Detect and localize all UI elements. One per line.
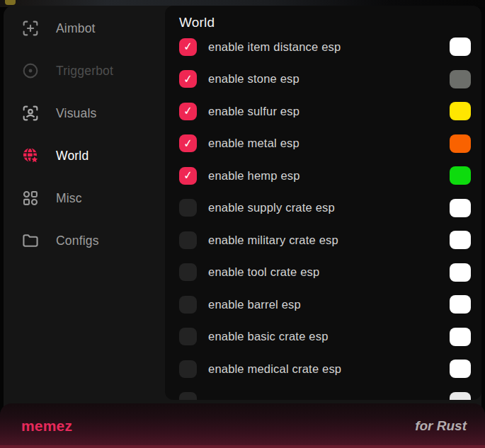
world-panel: World enable item distance esp enable st… bbox=[165, 6, 481, 400]
sidebar-item-misc[interactable]: Misc bbox=[4, 177, 165, 219]
checkbox-hemp-esp[interactable] bbox=[179, 167, 197, 185]
color-swatch[interactable] bbox=[450, 102, 471, 120]
esp-row-partial bbox=[179, 392, 481, 401]
checkmark-icon bbox=[183, 105, 193, 117]
checkbox-basic-crate-esp[interactable] bbox=[179, 328, 197, 345]
esp-row-label: enable medical crate esp bbox=[208, 362, 341, 376]
esp-row-label: enable hemp esp bbox=[208, 169, 300, 183]
color-swatch[interactable] bbox=[450, 360, 471, 378]
color-swatch[interactable] bbox=[450, 70, 471, 88]
color-swatch[interactable] bbox=[450, 295, 471, 314]
esp-row-supply-crate: enable supply crate esp bbox=[179, 199, 481, 217]
checkbox-partial[interactable] bbox=[179, 392, 197, 400]
color-swatch[interactable] bbox=[450, 199, 471, 217]
checkbox-sulfur-esp[interactable] bbox=[179, 103, 197, 120]
person-scan-icon bbox=[21, 103, 40, 123]
footer-tagline: for Rust bbox=[415, 418, 467, 434]
esp-row-sulfur: enable sulfur esp bbox=[179, 102, 481, 120]
footer-bar: memez for Rust bbox=[0, 403, 485, 448]
sidebar-item-aimbot[interactable]: Aimbot bbox=[4, 7, 165, 50]
backdrop-blob bbox=[5, 0, 16, 5]
color-swatch[interactable] bbox=[450, 38, 471, 56]
checkbox-item-distance-esp[interactable] bbox=[179, 38, 197, 56]
color-swatch[interactable] bbox=[450, 231, 471, 249]
sidebar-item-label: Visuals bbox=[56, 106, 97, 121]
checkmark-icon bbox=[183, 73, 193, 85]
esp-row-label: enable basic crate esp bbox=[208, 330, 329, 343]
color-swatch[interactable] bbox=[450, 166, 471, 185]
sidebar-item-label: Configs bbox=[56, 234, 99, 248]
esp-row-label: enable supply crate esp bbox=[208, 201, 335, 214]
globe-icon bbox=[21, 146, 40, 166]
checkmark-icon bbox=[183, 40, 193, 52]
sidebar-item-world[interactable]: World bbox=[4, 134, 165, 177]
sidebar-item-label: Aimbot bbox=[56, 21, 96, 36]
checkbox-metal-esp[interactable] bbox=[179, 134, 197, 152]
esp-row-basic-crate: enable basic crate esp bbox=[179, 328, 481, 346]
checkbox-medical-crate-esp[interactable] bbox=[179, 360, 197, 378]
esp-row-military-crate: enable military crate esp bbox=[179, 231, 481, 249]
esp-row-label: enable tool crate esp bbox=[208, 265, 319, 279]
sidebar-item-label: Triggerbot bbox=[56, 64, 113, 79]
sidebar-item-label: Misc bbox=[56, 191, 82, 206]
esp-row-metal: enable metal esp bbox=[179, 134, 481, 153]
esp-row-label: enable sulfur esp bbox=[208, 105, 299, 118]
esp-row-label: enable metal esp bbox=[208, 137, 299, 150]
folder-icon bbox=[21, 231, 40, 251]
color-swatch[interactable] bbox=[450, 328, 471, 346]
esp-row-barrel: enable barrel esp bbox=[179, 295, 481, 314]
trigger-circle-icon bbox=[21, 61, 40, 81]
sidebar-item-visuals[interactable]: Visuals bbox=[4, 92, 165, 134]
esp-options-list: enable item distance esp enable stone es… bbox=[179, 38, 481, 400]
checkbox-military-crate-esp[interactable] bbox=[179, 231, 197, 249]
esp-row-label: enable stone esp bbox=[208, 72, 299, 86]
esp-row-hemp: enable hemp esp bbox=[179, 166, 481, 185]
esp-row-item-distance: enable item distance esp bbox=[179, 38, 481, 56]
esp-row-medical-crate: enable medical crate esp bbox=[179, 360, 481, 378]
checkbox-stone-esp[interactable] bbox=[179, 70, 197, 88]
checkmark-icon bbox=[183, 137, 193, 149]
sidebar: Aimbot Triggerbot Visuals bbox=[4, 6, 165, 448]
brand-name: memez bbox=[21, 418, 72, 435]
checkmark-icon bbox=[183, 169, 193, 181]
esp-row-tool-crate: enable tool crate esp bbox=[179, 263, 481, 282]
esp-row-label: enable barrel esp bbox=[208, 298, 301, 311]
panel-title: World bbox=[179, 15, 481, 30]
sidebar-item-configs[interactable]: Configs bbox=[4, 219, 165, 262]
checkbox-barrel-esp[interactable] bbox=[179, 296, 197, 314]
color-swatch[interactable] bbox=[450, 392, 471, 401]
color-swatch[interactable] bbox=[450, 134, 471, 153]
esp-row-stone: enable stone esp bbox=[179, 70, 481, 88]
esp-row-label: enable military crate esp bbox=[208, 234, 338, 247]
checkbox-supply-crate-esp[interactable] bbox=[179, 199, 197, 217]
sidebar-item-triggerbot[interactable]: Triggerbot bbox=[4, 50, 165, 92]
shapes-grid-icon bbox=[21, 188, 40, 208]
crosshair-icon bbox=[21, 18, 40, 38]
cheat-menu-window: Aimbot Triggerbot Visuals bbox=[4, 6, 481, 448]
color-swatch[interactable] bbox=[450, 263, 471, 282]
sidebar-item-label: World bbox=[56, 149, 89, 163]
esp-row-label: enable item distance esp bbox=[208, 40, 341, 54]
checkbox-tool-crate-esp[interactable] bbox=[179, 263, 197, 281]
